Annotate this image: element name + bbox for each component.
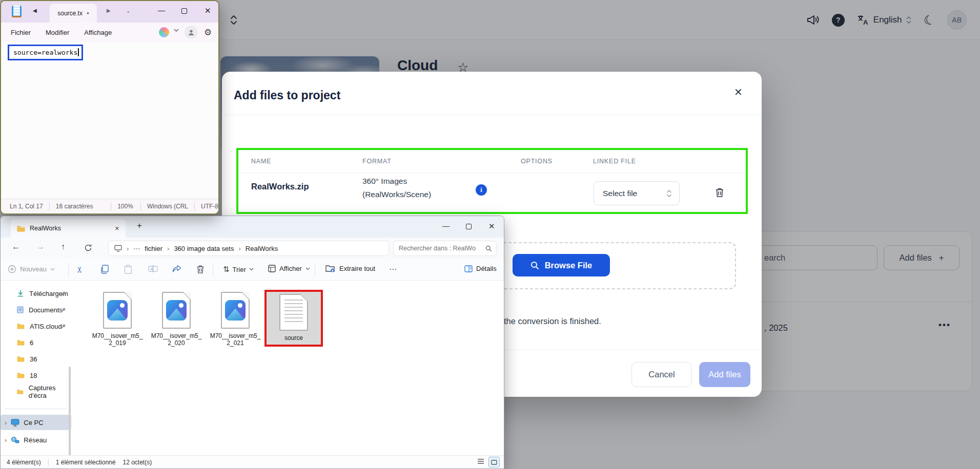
copy-icon[interactable] (100, 265, 109, 274)
menu-edit[interactable]: Modifier (46, 29, 69, 36)
column-header-format: FORMAT (362, 150, 392, 173)
cut-icon[interactable]: ✂ (75, 266, 85, 273)
pin-icon (60, 324, 66, 329)
char-count: 16 caractères (56, 203, 96, 210)
details-pane-icon (464, 265, 473, 272)
sidebar-item-downloads[interactable]: Téléchargem (5, 286, 68, 301)
tab-scroll-left-icon[interactable]: ◀ (33, 8, 37, 13)
minimize-button[interactable]: — (158, 6, 165, 14)
sidebar-item-this-pc[interactable]: › Ce PC (1, 415, 71, 430)
close-button[interactable]: ✕ (205, 6, 211, 15)
notepad-app-icon (12, 6, 22, 17)
item-count: 4 élément(s) (7, 459, 41, 466)
tab-close-icon[interactable]: ✕ (115, 225, 119, 232)
modal-divider (222, 115, 762, 115)
column-header-name: NAME (251, 150, 271, 173)
file-name: M70__isover_m5_2_019 (90, 332, 145, 347)
sidebar-item-folder-6[interactable]: 6 (5, 335, 68, 350)
sidebar-item-documents[interactable]: Documents (5, 302, 68, 317)
explorer-search-box[interactable] (393, 241, 497, 256)
file-tile-image-2[interactable]: M70__isover_m5_2_020 (149, 292, 204, 347)
svg-text:A: A (150, 267, 153, 271)
close-button[interactable]: ✕ (488, 222, 495, 231)
info-icon[interactable]: i (476, 184, 487, 196)
file-tile-image-3[interactable]: M70__isover_m5_2_021 (208, 292, 263, 347)
sidebar-item-folder-36[interactable]: 36 (5, 351, 68, 367)
breadcrumb-fichier[interactable]: fichier (145, 245, 162, 252)
view-icon (268, 265, 276, 272)
paste-icon[interactable] (124, 265, 132, 274)
sidebar-item-screenshots[interactable]: Captures d'écra (5, 384, 68, 399)
explorer-tab[interactable]: RealWorks ✕ (11, 219, 126, 238)
up-icon[interactable]: ↑ (61, 242, 65, 251)
breadcrumb-chevron: › (127, 245, 129, 252)
close-icon[interactable]: ✕ (734, 86, 743, 98)
breadcrumb-chevron: › (238, 245, 240, 252)
rename-icon[interactable]: A (148, 265, 158, 273)
refresh-icon[interactable] (84, 244, 92, 252)
unsaved-indicator-icon: ● (87, 11, 89, 15)
explorer-search-input[interactable] (399, 245, 485, 252)
tab-scroll-right-icon[interactable]: ▶ (107, 8, 111, 13)
large-icons-view-icon[interactable] (488, 457, 500, 467)
cancel-button[interactable]: Cancel (631, 362, 692, 387)
chevron-down-icon[interactable] (174, 29, 179, 32)
new-button[interactable]: Nouveau (8, 265, 55, 273)
text-caret (78, 48, 79, 56)
maximize-button[interactable] (181, 8, 187, 14)
sort-button[interactable]: ⇅ Trier (223, 265, 254, 274)
extract-all-button[interactable]: Extraire tout (325, 265, 375, 272)
minimize-button[interactable]: — (442, 222, 450, 230)
sidebar-item-folder-18[interactable]: 18 (5, 368, 68, 383)
conversion-note: the conversion is finished. (504, 316, 601, 326)
file-tile-source-annotated-red[interactable]: source (264, 290, 323, 347)
copilot-icon[interactable] (159, 27, 169, 37)
maximize-button[interactable] (466, 224, 472, 229)
more-toolbar-icon[interactable]: ⋯ (389, 265, 397, 274)
line-ending[interactable]: Windows (CRL (147, 203, 188, 210)
menu-file[interactable]: Fichier (11, 29, 31, 36)
file-name: source (267, 334, 321, 342)
browse-file-button[interactable]: Browse File (513, 254, 610, 276)
menu-view[interactable]: Affichage (84, 29, 112, 36)
notepad-editor[interactable]: source=realworks (1, 42, 218, 199)
details-button[interactable]: Détails (464, 265, 497, 272)
select-file-dropdown[interactable]: Select file (594, 181, 680, 205)
delete-file-icon[interactable] (715, 187, 724, 198)
editor-text-annotated-blue[interactable]: source=realworks (8, 45, 83, 60)
breadcrumb-realworks[interactable]: RealWorks (246, 245, 278, 252)
sidebar-scrollbar[interactable] (69, 367, 71, 469)
file-explorer-window: RealWorks ✕ + — ✕ ← → ↑ › ⋯ fichier › 36… (0, 216, 504, 469)
back-icon[interactable]: ← (12, 242, 20, 251)
selection-count: 1 élément sélectionné (56, 459, 116, 466)
chevron-down-icon (249, 268, 254, 271)
account-icon[interactable] (185, 26, 198, 39)
notepad-tab[interactable]: source.tx ● (50, 4, 97, 23)
new-tab-dash-icon[interactable]: - (127, 8, 129, 15)
pin-icon (60, 291, 66, 296)
this-pc-icon (114, 245, 122, 252)
sidebar-item-atis-cloud[interactable]: ATIS.cloud (5, 318, 68, 334)
image-file-icon (221, 292, 250, 329)
new-tab-icon[interactable]: + (137, 221, 142, 231)
add-files-submit-button[interactable]: Add files (699, 362, 750, 387)
breadcrumb-datasets[interactable]: 360 image data sets (174, 245, 234, 252)
file-tile-image-1[interactable]: M70__isover_m5_2_019 (90, 292, 145, 347)
list-view-icon[interactable] (477, 458, 484, 464)
sidebar-item-network[interactable]: › Réseau (1, 432, 71, 447)
delete-icon[interactable] (196, 265, 205, 274)
explorer-tab-bar: RealWorks ✕ + — ✕ (1, 216, 504, 238)
forward-icon[interactable]: → (36, 242, 45, 251)
address-bar[interactable]: › ⋯ fichier › 360 image data sets › Real… (108, 241, 389, 256)
settings-gear-icon[interactable]: ⚙ (204, 27, 212, 38)
breadcrumb-overflow[interactable]: ⋯ (133, 245, 140, 252)
view-button[interactable]: Afficher (268, 265, 310, 272)
search-icon (530, 261, 539, 270)
chevron-down-icon (50, 268, 55, 271)
encoding[interactable]: UTF-8 (201, 203, 218, 210)
folder-icon (17, 323, 25, 329)
plus-circle-icon (8, 265, 16, 273)
zoom-level[interactable]: 100% (117, 203, 134, 210)
share-icon[interactable] (172, 265, 181, 273)
this-pc-icon (11, 419, 19, 427)
